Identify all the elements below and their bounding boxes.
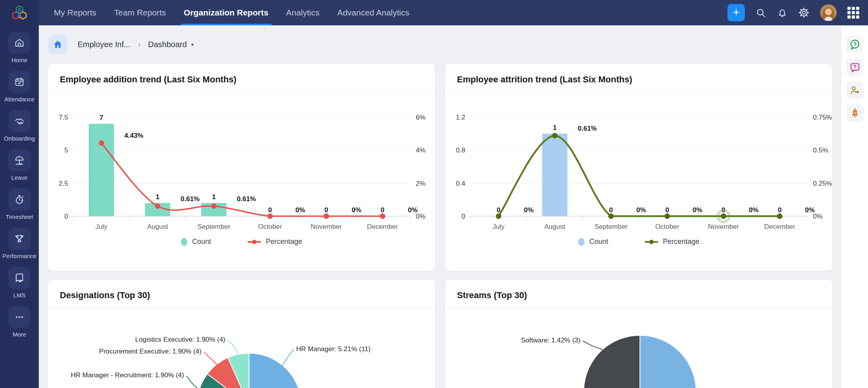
line-marker bbox=[721, 213, 726, 219]
callout-leader-line bbox=[204, 352, 217, 365]
bar-value-label: 7 bbox=[99, 114, 103, 122]
card-employee-addition-trend: Employee addition trend (Last Six Months… bbox=[48, 63, 436, 271]
breadcrumb-page-label: Dashboard bbox=[148, 40, 187, 49]
sidebar-item-attendance[interactable]: Attendance bbox=[4, 71, 34, 103]
pie-callout-label: HR Manager: 5.21% (11) bbox=[296, 345, 371, 353]
sidebar-item-label: Attendance bbox=[4, 96, 34, 103]
tab-team-reports[interactable]: Team Reports bbox=[114, 0, 166, 25]
app-logo[interactable] bbox=[0, 0, 39, 25]
card-title: Streams (Top 30) bbox=[445, 280, 832, 308]
percentage-value-label: 0% bbox=[352, 206, 362, 214]
tab-my-reports[interactable]: My Reports bbox=[54, 0, 96, 25]
left-axis-tick: 2.5 bbox=[59, 180, 68, 187]
add-button[interactable]: + bbox=[727, 4, 745, 21]
legend-label: Count bbox=[192, 238, 211, 246]
tab-organization-reports[interactable]: Organization Reports bbox=[184, 0, 268, 25]
x-axis-category-label: December bbox=[764, 223, 796, 230]
search-icon[interactable] bbox=[756, 8, 766, 18]
svg-text:?: ? bbox=[853, 64, 856, 70]
percentage-value-label: 0% bbox=[524, 206, 534, 214]
tab-advanced-analytics[interactable]: Advanced Analytics bbox=[337, 0, 409, 25]
sidebar-item-lms[interactable]: LMS bbox=[8, 267, 30, 299]
percentage-value-label: 0% bbox=[636, 206, 646, 214]
bar bbox=[89, 124, 114, 216]
sidebar-item-performance[interactable]: Performance bbox=[2, 228, 36, 259]
legend-label: Count bbox=[589, 238, 608, 246]
sidebar-item-label: More bbox=[13, 331, 26, 338]
line-marker bbox=[267, 213, 273, 219]
x-axis-category-label: October bbox=[258, 223, 282, 230]
callout-leader-line bbox=[282, 349, 294, 366]
umbrella-icon bbox=[14, 155, 25, 166]
bar-value-label: 0 bbox=[324, 206, 328, 214]
line-marker bbox=[99, 140, 104, 146]
svg-text:?: ? bbox=[853, 42, 856, 48]
x-axis-category-label: July bbox=[493, 223, 505, 230]
left-axis-tick: 0 bbox=[65, 213, 68, 220]
breadcrumb: Employee Inf... › Dashboard ▾ bbox=[39, 25, 841, 63]
left-axis-tick: 1.2 bbox=[456, 114, 465, 121]
ellipsis-icon bbox=[14, 312, 25, 323]
callout-leader-line bbox=[187, 376, 200, 388]
bar-value-label: 0 bbox=[665, 206, 669, 214]
attendance-calendar-icon bbox=[14, 76, 25, 87]
x-axis-category-label: November bbox=[708, 223, 739, 230]
pie-callout-label: HR Manager - Recruitment: 1.90% (4) bbox=[71, 371, 184, 379]
streams-pie-chart: Software: 1.42% (3) bbox=[445, 309, 833, 388]
percentage-value-label: 0.61% bbox=[237, 195, 256, 203]
gear-icon[interactable] bbox=[798, 7, 809, 18]
percentage-value-label: 0% bbox=[805, 206, 815, 214]
percentage-value-label: 4.43% bbox=[124, 132, 143, 139]
sidebar-item-timesheet[interactable]: Timesheet bbox=[6, 188, 33, 220]
sidebar-item-label: Leave bbox=[11, 174, 28, 181]
callout-leader-line bbox=[228, 340, 238, 354]
legend-label: Percentage bbox=[266, 238, 302, 246]
card-title: Employee attrition trend (Last Six Month… bbox=[445, 64, 832, 92]
rocket-icon[interactable] bbox=[846, 105, 864, 122]
x-axis-category-label: July bbox=[95, 223, 108, 230]
legend-item-percentage[interactable]: Percentage bbox=[247, 238, 302, 246]
left-sidebar: Home Attendance Onboarding Leave Timeshe… bbox=[0, 0, 39, 388]
legend-bar-marker bbox=[181, 238, 187, 246]
sidebar-item-leave[interactable]: Leave bbox=[8, 149, 30, 181]
bar-value-label: 0 bbox=[609, 206, 613, 214]
line-marker bbox=[155, 204, 160, 209]
report-tabs: My Reports Team Reports Organization Rep… bbox=[54, 0, 409, 25]
trophy-icon bbox=[14, 233, 25, 244]
line-marker bbox=[496, 213, 501, 219]
line-marker bbox=[380, 213, 385, 219]
help-bubble-icon[interactable]: ? bbox=[846, 36, 864, 53]
legend-item-count[interactable]: Count bbox=[181, 238, 211, 246]
x-axis-category-label: September bbox=[197, 223, 230, 230]
line-marker bbox=[608, 213, 614, 219]
sidebar-item-onboarding[interactable]: Onboarding bbox=[4, 110, 35, 142]
sidebar-item-label: Performance bbox=[2, 253, 36, 259]
breadcrumb-module[interactable]: Employee Inf... bbox=[78, 40, 130, 49]
sidebar-item-home[interactable]: Home bbox=[8, 32, 30, 63]
right-axis-tick: 0.25% bbox=[813, 180, 832, 187]
tab-analytics[interactable]: Analytics bbox=[286, 0, 320, 25]
left-axis-tick: 0.8 bbox=[456, 146, 465, 154]
legend-item-percentage[interactable]: Percentage bbox=[645, 238, 699, 246]
faq-bubble-icon[interactable]: ? bbox=[846, 59, 864, 76]
legend-item-count[interactable]: Count bbox=[578, 238, 608, 246]
sidebar-item-more[interactable]: More bbox=[8, 306, 30, 338]
sidebar-item-label: Timesheet bbox=[6, 213, 33, 220]
x-axis-category-label: September bbox=[594, 223, 627, 230]
x-axis-category-label: October bbox=[655, 223, 680, 230]
apps-grid-icon[interactable] bbox=[847, 7, 859, 19]
attrition-trend-chart: 1.20.75%0.80.5%0.40.25%00%0July1August0S… bbox=[445, 93, 833, 233]
bar-value-label: 0 bbox=[268, 206, 272, 214]
percentage-value-label: 0% bbox=[295, 206, 305, 214]
chart-legend: CountPercentage bbox=[445, 238, 832, 246]
bell-icon[interactable] bbox=[777, 8, 788, 18]
breadcrumb-page-selector[interactable]: Dashboard ▾ bbox=[148, 40, 194, 49]
line-marker bbox=[211, 204, 217, 209]
breadcrumb-home-button[interactable] bbox=[48, 35, 67, 54]
user-avatar[interactable] bbox=[820, 4, 837, 21]
line-marker bbox=[324, 213, 329, 219]
line-marker bbox=[552, 133, 558, 139]
right-utility-rail: ? ? bbox=[841, 25, 868, 388]
avatar-image bbox=[820, 4, 837, 21]
user-share-icon[interactable] bbox=[846, 82, 864, 99]
